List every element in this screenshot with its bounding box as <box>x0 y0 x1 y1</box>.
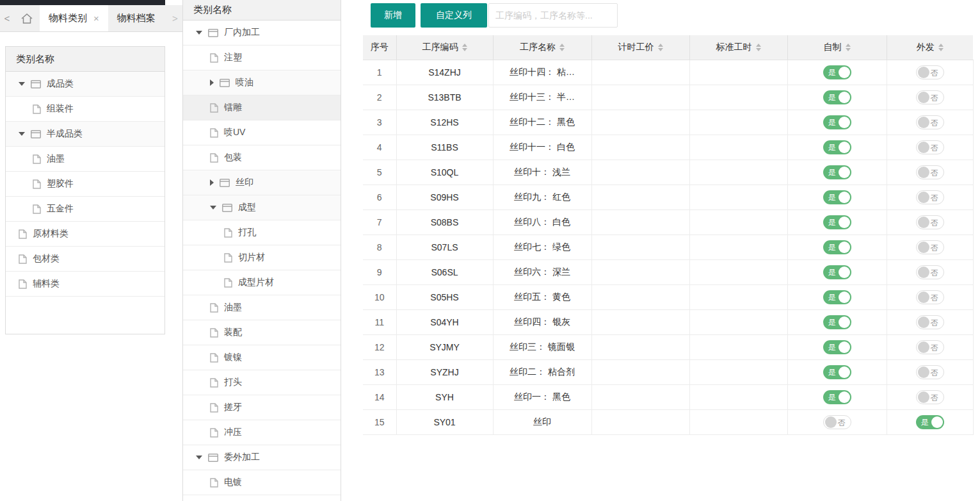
tree-node-process-category[interactable]: 喷油 <box>183 70 341 95</box>
self-made-toggle[interactable]: 是 <box>823 90 851 104</box>
table-row[interactable]: 3S12HS丝印十二： 黑色是否 <box>363 110 973 135</box>
self-made-toggle[interactable]: 是 <box>823 265 851 279</box>
self-made-toggle[interactable]: 是 <box>823 65 851 79</box>
tree-node-material-category[interactable]: 半成品类 <box>6 122 165 147</box>
column-header[interactable]: 标准工时 <box>689 35 787 60</box>
self-made-toggle[interactable]: 是 <box>823 240 851 254</box>
table-row[interactable]: 5S10QL丝印十： 浅兰是否 <box>363 160 973 185</box>
outsourced-toggle[interactable]: 否 <box>916 140 944 154</box>
table-row[interactable]: 4S11BS丝印十一： 白色是否 <box>363 135 973 160</box>
outsourced-toggle[interactable]: 否 <box>916 340 944 354</box>
sort-icon[interactable] <box>462 44 467 51</box>
table-row[interactable]: 12SYJMY丝印三： 镜面银是否 <box>363 335 973 360</box>
table-row[interactable]: 13SYZHJ丝印二： 粘合剂是否 <box>363 360 973 385</box>
sort-icon[interactable] <box>559 44 565 51</box>
table-row[interactable]: 11S04YH丝印四： 银灰是否 <box>363 310 973 335</box>
tree-node-material-category[interactable]: 组装件 <box>6 97 165 122</box>
tree-node-material-category[interactable]: 五金件 <box>6 197 165 222</box>
outsourced-toggle[interactable]: 否 <box>916 315 944 329</box>
caret-right-icon[interactable] <box>210 179 214 186</box>
caret-down-icon[interactable] <box>19 132 25 136</box>
table-row[interactable]: 14SYH丝印一： 黑色是否 <box>363 385 973 410</box>
tree-node-material-category[interactable]: 油墨 <box>6 147 165 172</box>
close-icon[interactable]: × <box>93 13 99 24</box>
tab-material-archive[interactable]: 物料档案 <box>108 5 165 31</box>
tree-node-material-category[interactable]: 塑胶件 <box>6 172 165 197</box>
outsourced-toggle[interactable]: 否 <box>916 365 944 379</box>
tree-node-process-category[interactable]: 成型片材 <box>183 270 341 295</box>
sort-icon[interactable] <box>846 44 851 51</box>
custom-columns-button[interactable]: 自定义列 <box>421 3 487 28</box>
outsourced-toggle[interactable]: 否 <box>916 190 944 204</box>
self-made-toggle[interactable]: 是 <box>823 140 851 154</box>
tree-node-material-category[interactable]: 成品类 <box>6 72 165 97</box>
table-row[interactable]: 15SY01丝印否是 <box>363 410 973 435</box>
column-header[interactable]: 工序编码 <box>396 35 493 60</box>
table-row[interactable]: 7S08BS丝印八： 白色是否 <box>363 210 973 235</box>
tree-node-process-category[interactable]: 搓牙 <box>183 395 341 420</box>
self-made-toggle[interactable]: 是 <box>823 115 851 129</box>
outsourced-toggle[interactable]: 否 <box>916 290 944 304</box>
tree-node-process-category[interactable]: 喷UV <box>183 120 341 145</box>
table-row[interactable]: 10S05HS丝印五： 黄色是否 <box>363 285 973 310</box>
table-row[interactable]: 6S09HS丝印九： 红色是否 <box>363 185 973 210</box>
outsourced-toggle[interactable]: 是 <box>916 415 944 429</box>
sort-icon[interactable] <box>756 44 761 51</box>
add-button[interactable]: 新增 <box>371 3 415 28</box>
table-row[interactable]: 8S07LS丝印七： 绿色是否 <box>363 235 973 260</box>
tree-node-process-category[interactable]: 镀镍 <box>183 345 341 370</box>
tree-node-material-category[interactable]: 辅料类 <box>6 272 165 297</box>
tree-node-process-category[interactable]: 成型 <box>183 195 341 220</box>
caret-down-icon[interactable] <box>196 456 202 459</box>
self-made-toggle[interactable]: 是 <box>823 215 851 229</box>
tree-node-process-category[interactable]: 电镀 <box>183 470 341 495</box>
tree-node-process-category[interactable]: 厂内加工 <box>183 21 341 45</box>
self-made-toggle[interactable]: 是 <box>823 340 851 354</box>
sort-icon[interactable] <box>658 44 663 51</box>
tree-node-process-category[interactable]: 装配 <box>183 320 341 345</box>
table-row[interactable]: 1S14ZHJ丝印十四： 粘…是否 <box>363 60 973 85</box>
outsourced-toggle[interactable]: 否 <box>916 115 944 129</box>
column-header[interactable]: 计时工价 <box>591 35 689 60</box>
table-row[interactable]: 2S13BTB丝印十三： 半…是否 <box>363 85 973 110</box>
outsourced-toggle[interactable]: 否 <box>916 215 944 229</box>
tabs-scroll-left-icon[interactable]: < <box>0 5 14 31</box>
tree-node-process-category[interactable]: 丝印 <box>183 170 341 195</box>
self-made-toggle[interactable]: 是 <box>823 190 851 204</box>
tree-node-process-category[interactable]: 打头 <box>183 370 341 395</box>
self-made-toggle[interactable]: 是 <box>823 365 851 379</box>
caret-right-icon[interactable] <box>210 79 214 86</box>
outsourced-toggle[interactable]: 否 <box>916 65 944 79</box>
outsourced-toggle[interactable]: 否 <box>916 240 944 254</box>
column-header[interactable]: 自制 <box>787 35 887 60</box>
tree-node-material-category[interactable]: 包材类 <box>6 247 165 272</box>
caret-down-icon[interactable] <box>19 82 25 86</box>
self-made-toggle[interactable]: 是 <box>823 290 851 304</box>
tree-node-process-category[interactable]: 镭雕 <box>183 95 341 120</box>
caret-down-icon[interactable] <box>196 31 202 35</box>
tree-node-material-category[interactable]: 原材料类 <box>6 222 165 247</box>
search-input[interactable] <box>488 3 618 28</box>
tree-node-process-category[interactable]: 油墨 <box>183 295 341 320</box>
tree-node-process-category[interactable]: 打孔 <box>183 220 341 245</box>
outsourced-toggle[interactable]: 否 <box>916 265 944 279</box>
tree-node-process-category[interactable]: 冲压 <box>183 420 341 445</box>
table-row[interactable]: 9S06SL丝印六： 深兰是否 <box>363 260 973 285</box>
outsourced-toggle[interactable]: 否 <box>916 390 944 404</box>
tree-node-process-category[interactable]: 切片材 <box>183 245 341 270</box>
self-made-toggle[interactable]: 是 <box>823 315 851 329</box>
column-header[interactable]: 工序名称 <box>493 35 591 60</box>
sort-icon[interactable] <box>938 44 944 51</box>
self-made-toggle[interactable]: 是 <box>823 165 851 179</box>
home-tab-button[interactable] <box>14 5 40 31</box>
tree-node-process-category[interactable]: 注塑 <box>183 45 341 70</box>
tree-node-process-category[interactable]: 包装 <box>183 145 341 170</box>
tree-node-process-category[interactable]: 委外加工 <box>183 445 341 470</box>
self-made-toggle[interactable]: 否 <box>823 415 851 429</box>
column-header[interactable]: 外发 <box>887 35 973 60</box>
outsourced-toggle[interactable]: 否 <box>916 165 944 179</box>
tab-material-category[interactable]: 物料类别 × <box>40 5 108 31</box>
outsourced-toggle[interactable]: 否 <box>916 90 944 104</box>
self-made-toggle[interactable]: 是 <box>823 390 851 404</box>
caret-down-icon[interactable] <box>210 206 216 209</box>
